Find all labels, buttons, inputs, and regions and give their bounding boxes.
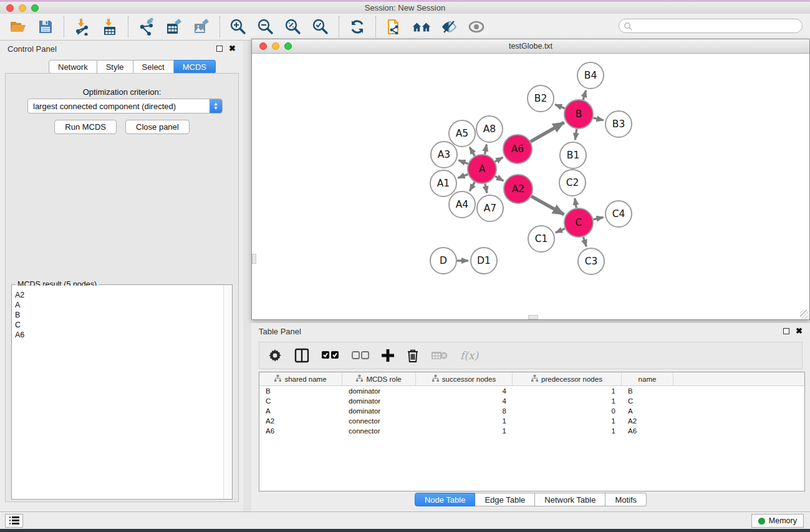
zoom-fit-icon[interactable] xyxy=(284,17,302,36)
table-row[interactable]: Bdominator41B xyxy=(259,386,804,396)
edge-A-A7[interactable] xyxy=(485,184,487,193)
graph-node-A6[interactable]: A6 xyxy=(503,135,532,163)
memory-button[interactable]: Memory xyxy=(751,514,804,528)
edge-A-A8[interactable] xyxy=(485,145,486,155)
tab-motifs[interactable]: Motifs xyxy=(605,493,647,506)
graph-node-D1[interactable]: D1 xyxy=(471,248,497,274)
cell-predecessor-nodes[interactable]: 0 xyxy=(513,407,622,415)
table-settings-icon[interactable] xyxy=(268,349,282,362)
column-header-successor-nodes[interactable]: successor nodes xyxy=(416,372,513,385)
float-panel-icon[interactable] xyxy=(216,46,223,52)
tab-network[interactable]: Network xyxy=(49,60,97,74)
deselect-all-columns-icon[interactable] xyxy=(352,351,369,360)
first-neighbors-icon[interactable] xyxy=(412,17,431,36)
cell-name[interactable]: B xyxy=(622,387,673,395)
result-item[interactable]: A xyxy=(15,300,221,310)
cell-predecessor-nodes[interactable]: 1 xyxy=(513,397,622,405)
function-builder-icon[interactable]: f(x) xyxy=(460,349,478,362)
graph-node-B4[interactable]: B4 xyxy=(577,62,604,89)
cell-name[interactable]: A xyxy=(622,407,673,415)
zoom-in-icon[interactable] xyxy=(229,17,248,36)
edge-B-B2[interactable] xyxy=(555,104,565,108)
graph-node-A[interactable]: A xyxy=(468,155,496,183)
graph-node-A8[interactable]: A8 xyxy=(476,116,503,142)
tab-node-table[interactable]: Node Table xyxy=(415,493,476,506)
column-header-predecessor-nodes[interactable]: predecessor nodes xyxy=(513,372,622,385)
task-history-button[interactable] xyxy=(5,514,23,528)
tab-network-table[interactable]: Network Table xyxy=(535,493,605,506)
edge-C-C4[interactable] xyxy=(593,217,603,220)
graph-node-B2[interactable]: B2 xyxy=(528,85,554,112)
select-all-columns-icon[interactable] xyxy=(322,351,339,360)
table-row[interactable]: A2connector11A2 xyxy=(259,416,804,426)
tab-style[interactable]: Style xyxy=(97,60,133,74)
destroy-table-icon[interactable] xyxy=(432,350,448,361)
graph-node-C[interactable]: C xyxy=(564,208,593,237)
edge-A-A6[interactable] xyxy=(495,157,503,162)
save-session-icon[interactable] xyxy=(36,17,55,36)
table-row[interactable]: Adominator80A xyxy=(259,406,804,416)
graph-node-A4[interactable]: A4 xyxy=(449,191,475,218)
cell-predecessor-nodes[interactable]: 1 xyxy=(513,417,622,425)
column-layout-icon[interactable] xyxy=(294,348,309,363)
network-graph[interactable]: B4B2BB3A5A8A6A3AB1A1C2A2A4A7C4CC1C3DD1 xyxy=(252,54,809,319)
column-header-shared-name[interactable]: shared name xyxy=(259,372,342,385)
result-scrollbar[interactable] xyxy=(223,285,232,499)
open-file-icon[interactable] xyxy=(9,17,27,36)
tab-mcds[interactable]: MCDS xyxy=(174,60,216,74)
result-item[interactable]: A2 xyxy=(15,290,221,300)
cell-successor-nodes[interactable]: 4 xyxy=(416,387,513,395)
graph-node-A3[interactable]: A3 xyxy=(431,142,457,168)
delete-column-icon[interactable] xyxy=(407,349,419,363)
import-table-icon[interactable] xyxy=(100,17,119,36)
cell-MCDS-role[interactable]: dominator xyxy=(342,387,416,395)
hide-selection-icon[interactable] xyxy=(440,17,458,36)
edge-C-C3[interactable] xyxy=(583,237,586,246)
graph-node-C4[interactable]: C4 xyxy=(605,201,632,227)
cell-shared-name[interactable]: A2 xyxy=(259,417,342,425)
graph-node-A1[interactable]: A1 xyxy=(430,170,456,196)
graph-node-B1[interactable]: B1 xyxy=(560,142,586,168)
graph-node-D[interactable]: D xyxy=(430,248,456,274)
graph-node-A2[interactable]: A2 xyxy=(504,175,533,203)
edge-C-C1[interactable] xyxy=(556,229,565,233)
new-network-from-selection-icon[interactable] xyxy=(385,17,403,36)
table-row[interactable]: A6connector11A6 xyxy=(259,426,804,436)
edge-A2-C[interactable] xyxy=(531,196,564,215)
edge-A6-B[interactable] xyxy=(531,122,564,142)
edge-A-A2[interactable] xyxy=(495,177,503,181)
criterion-dropdown[interactable]: largest connected component (directed) ▲… xyxy=(27,99,223,114)
zoom-out-icon[interactable] xyxy=(256,17,275,36)
cell-name[interactable]: A2 xyxy=(622,417,673,425)
refresh-layout-icon[interactable] xyxy=(348,17,367,36)
graph-node-B[interactable]: B xyxy=(564,100,593,128)
graph-node-B3[interactable]: B3 xyxy=(605,111,632,137)
tab-select[interactable]: Select xyxy=(133,60,174,74)
edge-A-A3[interactable] xyxy=(458,160,468,164)
cell-shared-name[interactable]: C xyxy=(259,397,342,405)
edge-A-A5[interactable] xyxy=(470,147,475,156)
float-table-panel-icon[interactable] xyxy=(783,328,789,334)
export-network-icon[interactable] xyxy=(137,17,156,36)
export-table-icon[interactable] xyxy=(165,17,183,36)
cell-predecessor-nodes[interactable]: 1 xyxy=(513,387,622,395)
cell-name[interactable]: A6 xyxy=(622,427,673,435)
close-panel-button[interactable]: Close panel xyxy=(125,120,190,134)
mcds-result-list[interactable]: A2ABCA6 xyxy=(12,286,223,498)
run-mcds-button[interactable]: Run MCDS xyxy=(54,120,117,134)
cell-MCDS-role[interactable]: dominator xyxy=(342,397,416,405)
export-image-icon[interactable] xyxy=(192,17,211,36)
cell-shared-name[interactable]: A xyxy=(259,407,342,415)
cell-MCDS-role[interactable]: connector xyxy=(342,417,416,425)
cell-shared-name[interactable]: A6 xyxy=(259,427,342,435)
cell-successor-nodes[interactable]: 4 xyxy=(416,397,513,405)
import-network-icon[interactable] xyxy=(73,17,92,36)
close-panel-icon[interactable]: ✖ xyxy=(229,46,236,52)
graph-node-C1[interactable]: C1 xyxy=(528,226,554,252)
cell-shared-name[interactable]: B xyxy=(259,387,342,395)
edge-A-A1[interactable] xyxy=(458,174,468,178)
zoom-selected-icon[interactable] xyxy=(311,17,330,36)
edge-C-C2[interactable] xyxy=(575,198,576,208)
show-all-icon[interactable] xyxy=(467,17,486,36)
result-item[interactable]: B xyxy=(15,310,221,320)
